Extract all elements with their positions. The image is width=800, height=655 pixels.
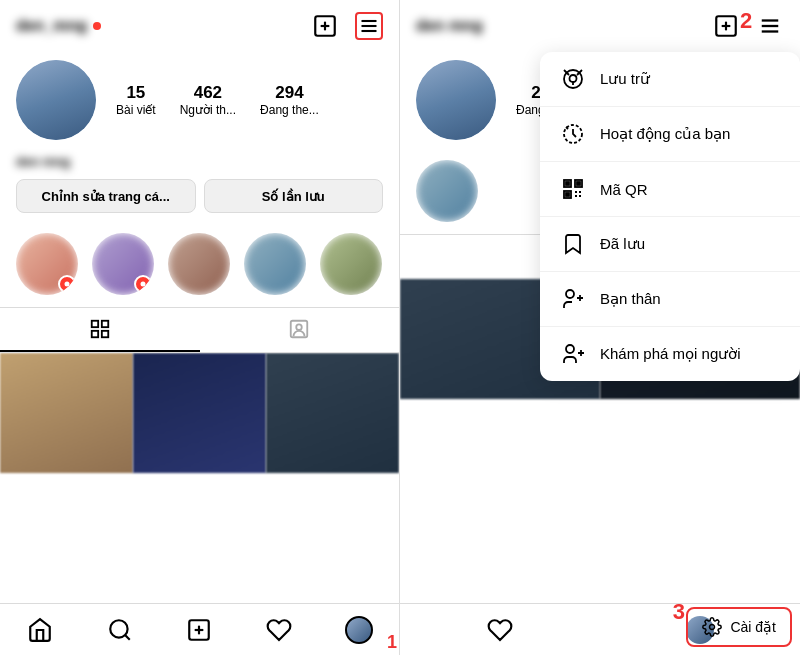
qr-icon (560, 176, 586, 202)
highlight-badge-2 (134, 275, 152, 293)
followers-stat[interactable]: 462 Người th... (180, 83, 236, 117)
svg-line-15 (125, 635, 130, 640)
svg-point-6 (65, 282, 70, 287)
menu-item-close-friends[interactable]: Bạn thân (540, 272, 800, 327)
settings-label: Cài đặt (730, 619, 776, 635)
menu-item-saved[interactable]: Đã lưu (540, 217, 800, 272)
profile-avatar-nav (345, 616, 373, 644)
profile-username-row: den mng (0, 152, 399, 179)
photo-2[interactable] (133, 353, 266, 473)
bottom-nav: 1 (0, 603, 399, 655)
highlight-1[interactable] (16, 233, 78, 295)
svg-point-38 (566, 345, 574, 353)
qr-label: Mã QR (600, 181, 648, 198)
photo-1[interactable] (0, 353, 133, 473)
annotation-1: 1 (387, 632, 397, 653)
hamburger-menu-button[interactable] (355, 12, 383, 40)
bookmark-icon (560, 231, 586, 257)
svg-rect-34 (566, 193, 569, 196)
right-username-text: den mng (416, 17, 483, 35)
settings-icon (702, 617, 722, 637)
discover-label: Khám phá mọi người (600, 345, 741, 363)
svg-point-13 (297, 324, 303, 330)
highlight-2[interactable] (92, 233, 154, 295)
archive-label: Lưu trữ (600, 70, 650, 88)
action-buttons: Chỉnh sửa trang cá... Số lần lưu (0, 179, 399, 225)
right-add-button[interactable] (712, 12, 740, 40)
svg-rect-11 (102, 331, 108, 337)
followers-label: Người th... (180, 103, 236, 117)
following-stat[interactable]: 294 Đang the... (260, 83, 319, 117)
nav-profile[interactable]: 1 (319, 604, 399, 655)
following-count: 294 (275, 83, 303, 103)
photo-3[interactable] (266, 353, 399, 473)
menu-item-qr[interactable]: Mã QR (540, 162, 800, 217)
highlight-badge-1 (58, 275, 76, 293)
annotation-3: 3 (673, 599, 685, 625)
nav-home[interactable] (0, 604, 80, 655)
svg-point-35 (566, 290, 574, 298)
settings-button[interactable]: Cài đặt (686, 607, 792, 647)
right-bottom-nav: 3 Cài đặt (400, 603, 800, 655)
activity-icon (560, 121, 586, 147)
username-text: den_mng (16, 17, 87, 35)
svg-rect-8 (92, 321, 98, 327)
menu-item-archive[interactable]: Lưu trữ (540, 52, 800, 107)
profile-section: 15 Bài viết 462 Người th... 294 Đang the… (0, 52, 399, 152)
top-bar-icons (311, 12, 383, 40)
right-menu-button[interactable] (756, 12, 784, 40)
add-post-button[interactable] (311, 12, 339, 40)
right-top-bar: den mng 2 (400, 0, 800, 52)
svg-point-14 (110, 620, 127, 637)
archive-icon (560, 66, 586, 92)
right-avatar (416, 60, 496, 140)
close-friends-icon (560, 286, 586, 312)
grid-tab[interactable] (0, 308, 200, 352)
posts-stat: 15 Bài viết (116, 83, 156, 117)
saved-count-button[interactable]: Số lần lưu (204, 179, 384, 213)
right-highlight-1[interactable] (416, 160, 478, 222)
following-label: Đang the... (260, 103, 319, 117)
right-nav-heart[interactable] (400, 604, 600, 655)
menu-item-discover[interactable]: Khám phá mọi người (540, 327, 800, 381)
saved-label: Đã lưu (600, 235, 645, 253)
svg-rect-9 (102, 321, 108, 327)
left-panel: den_mng (0, 0, 400, 655)
followers-count: 462 (194, 83, 222, 103)
online-indicator (93, 22, 101, 30)
left-username: den_mng (16, 17, 101, 35)
content-tabs (0, 307, 399, 353)
menu-item-activity[interactable]: Hoạt động của bạn (540, 107, 800, 162)
nav-add[interactable] (160, 604, 240, 655)
highlights-row (0, 225, 399, 307)
right-panel: den mng 2 (400, 0, 800, 655)
nav-search[interactable] (80, 604, 160, 655)
close-friends-label: Bạn thân (600, 290, 661, 308)
posts-count: 15 (126, 83, 145, 103)
highlight-3[interactable] (168, 233, 230, 295)
svg-rect-32 (566, 182, 569, 185)
svg-point-41 (710, 625, 715, 630)
svg-rect-33 (577, 182, 580, 185)
left-top-bar: den_mng (0, 0, 399, 52)
svg-rect-10 (92, 331, 98, 337)
highlight-4[interactable] (244, 233, 306, 295)
discover-icon (560, 341, 586, 367)
annotation-2: 2 (740, 8, 752, 34)
highlight-5[interactable] (320, 233, 382, 295)
dropdown-menu: Lưu trữ Hoạt động của bạn (540, 52, 800, 381)
stats-row: 15 Bài viết 462 Người th... 294 Đang the… (116, 83, 383, 117)
nav-heart[interactable] (239, 604, 319, 655)
svg-point-7 (141, 282, 146, 287)
activity-label: Hoạt động của bạn (600, 125, 730, 143)
tagged-tab[interactable] (200, 308, 400, 352)
edit-profile-button[interactable]: Chỉnh sửa trang cá... (16, 179, 196, 213)
photo-grid (0, 353, 399, 603)
avatar (16, 60, 96, 140)
posts-label: Bài viết (116, 103, 156, 117)
